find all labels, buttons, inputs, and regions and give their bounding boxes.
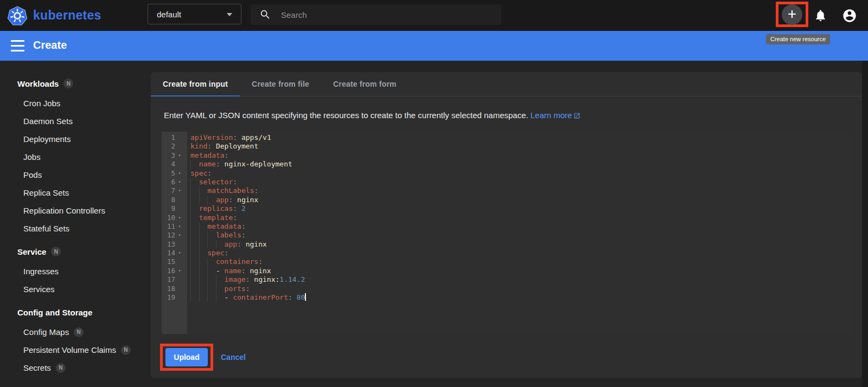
- yaml-token-k: kind: [190, 142, 207, 150]
- sidebar-nav: WorkloadsNCron JobsDaemon SetsDeployment…: [0, 61, 151, 387]
- fold-caret-icon[interactable]: ▾: [175, 222, 184, 231]
- tab-create-from-file[interactable]: Create from file: [240, 72, 321, 96]
- search-input[interactable]: [281, 10, 493, 20]
- gutter-line: 1: [162, 133, 187, 142]
- editor-code-area: apiVersion: apps/v1kind: Deploymentmetad…: [187, 132, 851, 334]
- sidebar-item-label: Pods: [23, 170, 42, 179]
- yaml-token-p: :: [225, 151, 229, 159]
- sidebar-item-secrets[interactable]: SecretsN: [0, 359, 151, 377]
- yaml-token-v: -: [216, 267, 225, 275]
- sidebar-item-deployments[interactable]: Deployments: [0, 130, 151, 148]
- indent-guide: [190, 160, 199, 169]
- line-number: 19: [162, 293, 175, 302]
- fold-caret-icon[interactable]: ▾: [175, 178, 184, 186]
- fold-caret-icon[interactable]: ▾: [175, 186, 184, 195]
- yaml-token-k: ports: [225, 285, 246, 293]
- yaml-token-k: template: [199, 214, 233, 222]
- sidebar-item-label: Jobs: [23, 152, 41, 162]
- gutter-line: 4: [162, 160, 187, 169]
- sidebar-item-pods[interactable]: Pods: [0, 166, 151, 184]
- code-line: - name: nginx: [190, 267, 851, 275]
- code-line: spec:: [190, 169, 851, 178]
- gutter-line: 11▾: [162, 222, 187, 231]
- sidebar-item-cron-jobs[interactable]: Cron Jobs: [0, 94, 151, 112]
- create-tabs: Create from inputCreate from fileCreate …: [151, 72, 862, 96]
- create-new-resource-button[interactable]: +: [782, 4, 802, 25]
- fold-caret-icon[interactable]: ▾: [175, 169, 184, 178]
- namespace-selector[interactable]: default: [148, 4, 241, 24]
- line-number: 17: [162, 275, 175, 284]
- yaml-token-k: matchLabels: [207, 186, 254, 195]
- cancel-button[interactable]: Cancel: [221, 348, 246, 366]
- yaml-code-editor[interactable]: 123▾45▾6▾7▾8910▾11▾12▾1314▾1516▾171819 a…: [162, 132, 851, 334]
- yaml-token-k: spec: [207, 249, 224, 257]
- indent-guide: [207, 240, 216, 249]
- sidebar-item-replication-controllers[interactable]: Replication Controllers: [0, 202, 151, 220]
- menu-hamburger-button[interactable]: [11, 40, 24, 51]
- sidebar-item-services[interactable]: Services: [0, 280, 151, 298]
- page-scrollbar[interactable]: [862, 61, 868, 387]
- yaml-token-p: :: [233, 204, 237, 212]
- brand-link[interactable]: kubernetes: [8, 0, 101, 31]
- indent-guide: [199, 249, 208, 257]
- gutter-line: 17: [162, 275, 187, 284]
- upload-button[interactable]: Upload: [165, 348, 208, 366]
- sidebar-item-persistent-volume-claims[interactable]: Persistent Volume ClaimsN: [0, 341, 151, 359]
- indent-guide: [199, 186, 208, 195]
- sidebar-item-daemon-sets[interactable]: Daemon Sets: [0, 112, 151, 130]
- sidebar-item-ingresses[interactable]: Ingresses: [0, 262, 151, 280]
- sidebar-item-label: Config Maps: [23, 327, 69, 337]
- sidebar-item-jobs[interactable]: Jobs: [0, 148, 151, 166]
- sidebar-group-config-and-storage[interactable]: Config and Storage: [0, 301, 151, 323]
- tab-create-from-input[interactable]: Create from input: [151, 72, 240, 96]
- yaml-token-k: containerPort: [233, 293, 288, 301]
- indent-guide: [207, 275, 216, 284]
- sidebar-group-workloads[interactable]: WorkloadsN: [0, 73, 151, 94]
- yaml-token-v: -: [225, 293, 233, 301]
- instruction-text: Enter YAML or JSON content specifying th…: [151, 96, 862, 121]
- code-line: app: nginx: [190, 240, 851, 249]
- tab-create-from-form[interactable]: Create from form: [321, 72, 409, 96]
- yaml-token-p: :: [288, 293, 292, 301]
- sidebar-item-stateful-sets[interactable]: Stateful Sets: [0, 220, 151, 237]
- kubernetes-dashboard-screen: kubernetes default +: [0, 0, 868, 387]
- line-number: 16: [162, 267, 175, 275]
- fold-caret-icon[interactable]: ▾: [175, 249, 184, 257]
- indent-guide: [199, 231, 208, 240]
- yaml-token-p: :: [246, 275, 250, 283]
- sidebar-item-label: Stateful Sets: [23, 224, 69, 233]
- fold-caret-icon[interactable]: ▾: [175, 267, 184, 275]
- sidebar-item-replica-sets[interactable]: Replica Sets: [0, 184, 151, 202]
- sidebar-item-label: Replication Controllers: [23, 206, 105, 215]
- indent-guide: [199, 293, 208, 302]
- learn-more-link[interactable]: Learn more: [531, 111, 572, 120]
- code-line: labels:: [190, 231, 851, 240]
- notifications-bell-icon: [814, 9, 827, 22]
- sidebar-item-label: Secrets: [23, 363, 51, 372]
- indent-guide: [199, 240, 208, 249]
- new-badge: N: [56, 363, 66, 373]
- line-number: 7: [162, 186, 175, 195]
- fold-caret-icon[interactable]: ▾: [175, 231, 184, 240]
- indent-guide: [216, 275, 225, 284]
- yaml-token-p: :: [237, 240, 241, 248]
- line-number: 1: [162, 133, 175, 142]
- fold-caret-icon[interactable]: ▾: [175, 151, 184, 160]
- yaml-token-k: apiVersion: [190, 133, 233, 141]
- line-number: 13: [162, 240, 175, 249]
- gutter-line: 16▾: [162, 267, 187, 275]
- yaml-token-v: nginx: [233, 196, 258, 204]
- code-line: apiVersion: apps/v1: [190, 133, 851, 142]
- fold-caret-icon[interactable]: ▾: [175, 214, 184, 222]
- code-line: selector:: [190, 178, 851, 186]
- account-button[interactable]: [842, 0, 857, 31]
- line-number: 10: [162, 214, 175, 222]
- yaml-token-k: replicas: [199, 204, 233, 212]
- notifications-button[interactable]: [814, 0, 827, 31]
- gutter-line: 5▾: [162, 169, 187, 178]
- sidebar-item-config-maps[interactable]: Config MapsN: [0, 323, 151, 341]
- line-number: 14: [162, 249, 175, 257]
- open-in-new-icon: [573, 112, 580, 121]
- sidebar-group-service[interactable]: ServiceN: [0, 241, 151, 262]
- line-number: 12: [162, 231, 175, 240]
